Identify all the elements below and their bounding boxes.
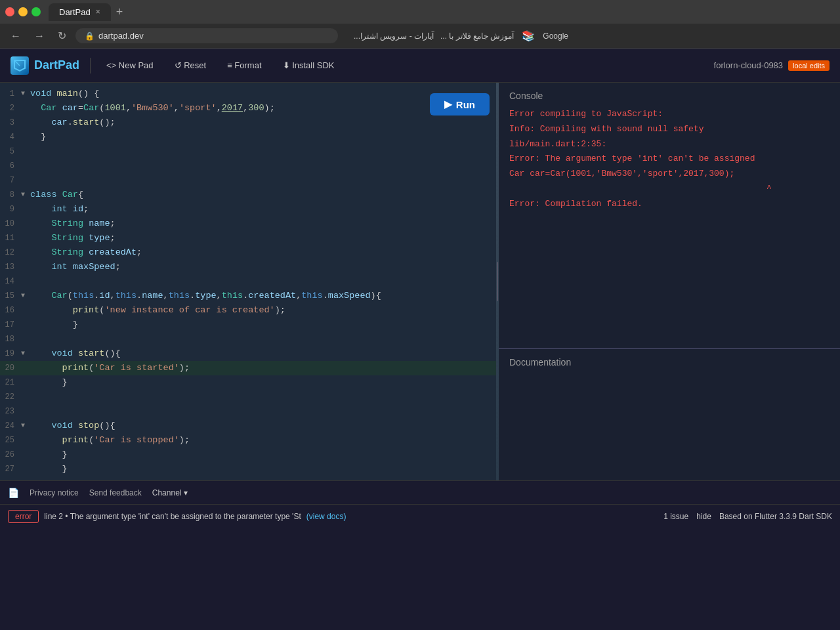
win-close-btn[interactable] xyxy=(5,7,14,16)
code-line-20: 20 print('Car is started'); xyxy=(0,361,496,375)
reset-label: ↺ Reset xyxy=(175,60,207,70)
run-label: Run xyxy=(456,99,475,110)
channel-arrow-icon: ▾ xyxy=(184,488,188,497)
error-footer-left: error line 2 • The argument type 'int' c… xyxy=(8,510,346,523)
new-pad-label: <> New Pad xyxy=(106,60,154,70)
forward-btn[interactable]: → xyxy=(30,29,49,43)
hide-button[interactable]: hide xyxy=(696,512,711,521)
bookmark-google[interactable]: Google xyxy=(543,32,568,41)
new-tab-btn[interactable]: + xyxy=(116,5,123,19)
send-feedback-link[interactable]: Send feedback xyxy=(89,488,142,497)
code-line-2: 2 Car car=Car(1001,'Bmw530','sport',2017… xyxy=(0,101,496,116)
status-bar: 📄 Privacy notice Send feedback Channel ▾ xyxy=(0,480,840,504)
run-button[interactable]: ▶ Run xyxy=(430,93,490,116)
docs-title: Documentation xyxy=(509,357,830,368)
address-bar: ← → ↻ 🔒 dartpad.dev Google 📚 آموزش جامع … xyxy=(0,24,840,49)
format-button[interactable]: ≡ Format xyxy=(222,58,266,73)
reload-btn[interactable]: ↻ xyxy=(54,28,70,43)
code-line-14: 14 xyxy=(0,274,496,289)
code-line-13: 13 int maxSpeed; xyxy=(0,260,496,274)
dart-logo-icon xyxy=(10,56,29,75)
code-editor[interactable]: 1 ▼ void main() { 2 Car car=Car(1001,'Bm… xyxy=(0,83,496,480)
code-content: 1 ▼ void main() { 2 Car car=Car(1001,'Bm… xyxy=(0,83,496,480)
url-text: dartpad.dev xyxy=(98,31,144,41)
code-line-19: 19 ▼ void start(){ xyxy=(0,346,496,361)
console-output: Error compiling to JavaScript: Info: Com… xyxy=(509,108,830,211)
window-controls xyxy=(5,7,41,16)
pad-id-area: forlorn-cloud-0983 local edits xyxy=(714,60,830,71)
code-line-23: 23 xyxy=(0,404,496,419)
privacy-icon: 📄 xyxy=(8,488,19,498)
dartpad-logo-text: DartPad xyxy=(34,58,79,72)
docs-section: Documentation xyxy=(499,349,840,480)
console-line-3: lib/main.dart:2:35: xyxy=(509,138,830,152)
format-label: ≡ Format xyxy=(227,60,261,70)
code-line-3: 3 car.start(); xyxy=(0,116,496,130)
code-line-25: 25 print('Car is stopped'); xyxy=(0,433,496,448)
dartpad-logo: DartPad xyxy=(10,56,79,75)
tab-close-btn[interactable]: × xyxy=(96,7,100,16)
code-line-17: 17 } xyxy=(0,318,496,332)
editor-container: 1 ▼ void main() { 2 Car car=Car(1001,'Bm… xyxy=(0,83,840,480)
install-sdk-label: ⬇ Install SDK xyxy=(283,60,335,70)
console-line-5: Car car=Car(1001,'Bmw530','sport',2017,3… xyxy=(509,167,830,181)
view-docs-link[interactable]: (view docs) xyxy=(306,512,346,521)
bookmark-flutter[interactable]: آموزش جامع فلاتر با ... xyxy=(440,32,514,41)
code-line-15: 15 ▼ Car(this.id,this.name,this.type,thi… xyxy=(0,289,496,303)
run-icon: ▶ xyxy=(444,98,452,110)
right-panel: Console Error compiling to JavaScript: I… xyxy=(499,83,840,480)
code-line-24: 24 ▼ void stop(){ xyxy=(0,419,496,433)
code-line-1: 1 ▼ void main() { xyxy=(0,87,496,101)
error-message: line 2 • The argument type 'int' can't b… xyxy=(44,512,301,521)
console-title: Console xyxy=(509,91,830,101)
reset-button[interactable]: ↺ Reset xyxy=(169,58,212,73)
url-bar[interactable]: 🔒 dartpad.dev xyxy=(75,28,338,43)
back-btn[interactable]: ← xyxy=(7,29,25,43)
code-line-10: 10 String name; xyxy=(0,217,496,231)
channel-button[interactable]: Channel ▾ xyxy=(152,488,188,497)
version-label: Based on Flutter 3.3.9 Dart SDK xyxy=(719,512,832,521)
issues-count: 1 issue xyxy=(663,512,688,521)
code-line-12: 12 String createdAt; xyxy=(0,245,496,260)
pad-id-text: forlorn-cloud-0983 xyxy=(714,60,784,70)
code-line-21: 21 } xyxy=(0,375,496,390)
channel-label: Channel xyxy=(152,488,182,497)
code-line-6: 6 xyxy=(0,159,496,173)
bookmark-services[interactable]: آیارات - سرویس اشترا... xyxy=(354,32,434,41)
code-line-27: 27 } xyxy=(0,462,496,476)
console-section: Console Error compiling to JavaScript: I… xyxy=(499,83,840,348)
console-line-2: Info: Compiling with sound null safety xyxy=(509,123,830,136)
code-line-11: 11 String type; xyxy=(0,231,496,245)
lock-icon: 🔒 xyxy=(85,32,94,41)
new-pad-button[interactable]: <> New Pad xyxy=(101,58,159,73)
code-line-9: 9 int id; xyxy=(0,202,496,217)
code-line-4: 4 } xyxy=(0,130,496,144)
bookmarks-bar: Google 📚 آموزش جامع فلاتر با ... آیارات … xyxy=(354,30,568,42)
code-line-5: 5 xyxy=(0,144,496,159)
editor-divider[interactable] xyxy=(496,83,499,480)
win-max-btn[interactable] xyxy=(32,7,41,16)
dartpad-toolbar: DartPad <> New Pad ↺ Reset ≡ Format ⬇ In… xyxy=(0,49,840,83)
code-line-18: 18 xyxy=(0,332,496,346)
install-sdk-button[interactable]: ⬇ Install SDK xyxy=(278,58,340,73)
svg-line-1 xyxy=(14,60,20,66)
issues-bar: 1 issue hide Based on Flutter 3.3.9 Dart… xyxy=(663,512,832,521)
error-badge: error xyxy=(8,510,39,523)
code-line-16: 16 print('new instance of car is created… xyxy=(0,303,496,318)
code-line-8: 8 ▼ class Car{ xyxy=(0,188,496,202)
run-button-area: ▶ Run xyxy=(430,93,490,116)
win-min-btn[interactable] xyxy=(18,7,28,16)
local-edits-badge: local edits xyxy=(788,60,830,71)
code-line-7: 7 xyxy=(0,173,496,188)
privacy-notice-link[interactable]: Privacy notice xyxy=(30,488,79,497)
tab-title: DartPad xyxy=(59,7,91,17)
console-line-8: Error: Compilation failed. xyxy=(509,198,830,211)
tab-bar: DartPad × + xyxy=(0,0,840,24)
toolbar-separator-1 xyxy=(90,58,91,74)
code-line-26: 26 } xyxy=(0,448,496,462)
console-line-6: ^ xyxy=(509,182,830,196)
error-footer: error line 2 • The argument type 'int' c… xyxy=(0,504,840,528)
active-tab[interactable]: DartPad × xyxy=(49,3,111,21)
code-line-22: 22 xyxy=(0,390,496,404)
console-line-4: Error: The argument type 'int' can't be … xyxy=(509,152,830,166)
